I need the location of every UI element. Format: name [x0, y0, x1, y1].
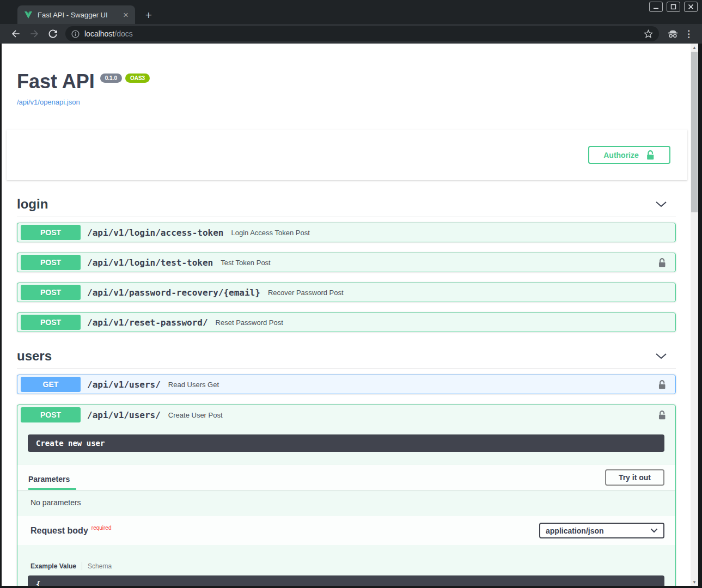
authorize-label: Authorize: [603, 151, 639, 160]
tab-title: Fast API - Swagger UI: [38, 11, 121, 19]
tag-header-users[interactable]: users: [17, 348, 676, 369]
url-host: localhost: [84, 29, 114, 38]
bookmark-star-icon[interactable]: [643, 29, 654, 39]
endpoint-summary: Test Token Post: [221, 259, 271, 267]
method-badge: POST: [21, 407, 81, 422]
minimize-icon: [653, 4, 659, 10]
endpoint-summary: Read Users Get: [168, 381, 219, 389]
parameters-header: Parameters Try it out: [17, 465, 675, 490]
tab-strip: Fast API - Swagger UI × +: [0, 0, 702, 24]
url-text: localhost/docs: [84, 29, 133, 38]
endpoint-path: /api/v1/users/: [87, 379, 161, 390]
endpoint-row[interactable]: POST /api/v1/login/test-token Test Token…: [17, 253, 676, 272]
method-badge: POST: [21, 285, 81, 300]
reload-button[interactable]: [46, 27, 59, 40]
close-button[interactable]: [684, 2, 698, 12]
back-button[interactable]: [9, 27, 22, 40]
unlocked-padlock-icon: [657, 410, 667, 420]
reload-icon: [47, 28, 58, 39]
auth-lock-button[interactable]: [657, 379, 667, 390]
page-viewport: Fast API 0.1.0 OAS3 /api/v1/openapi.json…: [2, 44, 698, 586]
expanded-operation-block: POST /api/v1/users/ Create User Post Cre…: [17, 405, 676, 586]
address-bar[interactable]: localhost/docs: [65, 26, 659, 41]
maximize-icon: [670, 4, 676, 10]
forward-button[interactable]: [28, 27, 41, 40]
endpoint-summary: Reset Password Post: [216, 318, 283, 327]
minimize-button[interactable]: [649, 2, 663, 12]
incognito-indicator-icon: [666, 27, 679, 40]
model-example-tabs: Example Value Schema: [30, 562, 664, 570]
method-badge: POST: [21, 315, 81, 330]
endpoint-row[interactable]: POST /api/v1/reset-password/ Reset Passw…: [17, 313, 676, 332]
page-title: Fast API: [17, 72, 95, 91]
tag-name: users: [17, 348, 52, 364]
endpoint-row[interactable]: POST /api/v1/users/ Create User Post: [17, 405, 675, 425]
api-info: Fast API 0.1.0 OAS3 /api/v1/openapi.json: [2, 44, 691, 107]
example-code-block[interactable]: {: [28, 575, 664, 586]
tab-divider: [82, 562, 82, 570]
try-it-out-button[interactable]: Try it out: [605, 469, 664, 486]
endpoint-row[interactable]: POST /api/v1/login/access-token Login Ac…: [17, 223, 676, 242]
method-badge: GET: [21, 377, 81, 392]
browser-toolbar: localhost/docs ⋮: [0, 24, 702, 44]
method-badge: POST: [21, 255, 81, 270]
chevron-down-icon: [650, 528, 658, 533]
window-controls: [649, 2, 698, 12]
oas-badge: OAS3: [125, 74, 150, 83]
auth-lock-button[interactable]: [657, 410, 667, 420]
page-info-icon[interactable]: [71, 29, 80, 39]
endpoint-path: /api/v1/reset-password/: [87, 317, 208, 328]
openapi-spec-link[interactable]: /api/v1/openapi.json: [17, 98, 80, 106]
tab-fast-api[interactable]: Fast API - Swagger UI ×: [17, 5, 135, 24]
endpoint-summary: Login Access Token Post: [231, 229, 309, 237]
unlocked-padlock-icon: [657, 379, 667, 390]
close-icon: [688, 4, 694, 10]
tag-header-login[interactable]: login: [17, 197, 676, 217]
tab-parameters[interactable]: Parameters: [28, 475, 76, 490]
back-arrow-icon: [10, 28, 21, 39]
auth-lock-button[interactable]: [657, 258, 667, 268]
endpoint-row[interactable]: GET /api/v1/users/ Read Users Get: [17, 375, 676, 394]
title-badges: 0.1.0 OAS3: [100, 74, 150, 83]
content-type-select[interactable]: application/json: [539, 523, 664, 538]
favicon-icon: [24, 10, 33, 19]
page-title-row: Fast API 0.1.0 OAS3: [17, 72, 676, 91]
tab-close-icon[interactable]: ×: [121, 10, 131, 20]
scheme-container: Authorize: [7, 130, 687, 180]
authorize-button[interactable]: Authorize: [588, 146, 670, 164]
swagger-page: Fast API 0.1.0 OAS3 /api/v1/openapi.json…: [2, 44, 691, 586]
url-path: /docs: [114, 29, 132, 38]
no-parameters-text: No parameters: [17, 490, 675, 516]
endpoint-path: /api/v1/login/access-token: [87, 228, 223, 238]
forward-arrow-icon: [29, 28, 40, 39]
chevron-down-icon[interactable]: [655, 353, 667, 359]
unlocked-padlock-icon: [645, 150, 655, 161]
page-scrollbar[interactable]: ▲ ▼: [691, 44, 698, 586]
endpoint-summary: Create User Post: [168, 411, 223, 419]
endpoint-path: /api/v1/password-recovery/{email}: [87, 287, 260, 298]
endpoint-path: /api/v1/users/: [87, 410, 161, 420]
content-type-value: application/json: [546, 526, 604, 535]
browser-window: Fast API - Swagger UI × +: [0, 0, 702, 588]
tab-example-value[interactable]: Example Value: [30, 562, 76, 570]
scrollbar-up-arrow[interactable]: ▲: [691, 44, 698, 51]
scrollbar-thumb[interactable]: [691, 52, 698, 212]
browser-menu-icon[interactable]: ⋮: [684, 28, 693, 40]
chevron-down-icon[interactable]: [655, 201, 667, 207]
operations: login POST /api/v1/login/access-token Lo…: [2, 197, 691, 586]
endpoint-path: /api/v1/login/test-token: [87, 258, 213, 268]
new-tab-button[interactable]: +: [142, 8, 156, 22]
operation-description: Create new user: [28, 434, 664, 452]
tab-schema[interactable]: Schema: [88, 562, 112, 570]
request-body-label: Request body: [30, 526, 88, 536]
request-body-header: Request body required application/json: [17, 516, 675, 545]
version-badge: 0.1.0: [100, 74, 122, 83]
endpoint-row[interactable]: POST /api/v1/password-recovery/{email} R…: [17, 283, 676, 302]
method-badge: POST: [21, 225, 81, 240]
required-badge: required: [91, 525, 112, 531]
scrollbar-down-arrow[interactable]: ▼: [691, 578, 698, 586]
endpoint-summary: Recover Password Post: [268, 289, 344, 297]
maximize-button[interactable]: [667, 2, 680, 12]
unlocked-padlock-icon: [657, 258, 667, 268]
tag-name: login: [17, 197, 48, 212]
